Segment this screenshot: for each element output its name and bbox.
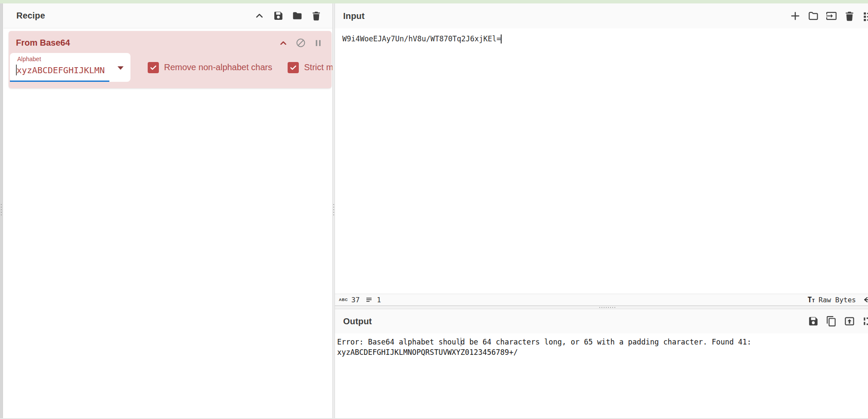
output-text-area: Error: Base64 alphabet should be 64 char…	[335, 333, 868, 419]
load-recipe-button[interactable]	[292, 10, 303, 21]
input-arrow-icon	[826, 10, 837, 22]
splitter-handle-dots	[333, 204, 334, 215]
import-input-button[interactable]	[826, 10, 837, 22]
open-file-button[interactable]	[808, 10, 819, 22]
output-title: Output	[343, 317, 372, 326]
focus-underline	[10, 81, 109, 82]
folder-outline-icon	[808, 10, 819, 22]
text-cursor	[501, 34, 502, 43]
save-icon	[273, 10, 284, 21]
output-panel: Output Error: Base64 alphabet should be …	[335, 309, 868, 419]
disable-operation-button[interactable]	[295, 37, 306, 48]
copy-output-button[interactable]	[826, 316, 837, 327]
save-output-button[interactable]	[808, 316, 819, 327]
input-output-splitter[interactable]	[335, 306, 868, 309]
input-panel: Input W9i4WoeEJ	[335, 3, 868, 306]
operations-panel-splitter[interactable]	[0, 3, 3, 418]
recipe-title: Recipe	[16, 11, 45, 21]
open-box-up-arrow-icon	[844, 316, 855, 327]
text-cursor	[461, 338, 461, 346]
trash-icon	[311, 10, 322, 21]
output-header: Output	[335, 309, 868, 333]
output-error-text: Error: Base64 alphabet should be 64 char…	[337, 337, 868, 357]
alphabet-value[interactable]: xyzABCDEFGHIJKLMN	[17, 65, 105, 75]
alphabet-label: Alphabet	[17, 56, 41, 62]
input-encoding-label[interactable]: Raw Bytes	[818, 296, 856, 304]
save-icon	[808, 316, 819, 327]
clear-input-button[interactable]	[844, 10, 855, 22]
dropdown-caret-icon[interactable]	[118, 66, 124, 70]
maximise-icon-partial	[862, 316, 868, 327]
add-input-tab-button[interactable]	[790, 10, 801, 22]
line-count: 1	[377, 296, 381, 304]
recipe-header: Recipe	[3, 3, 332, 28]
alphabet-field[interactable]: Alphabet xyzABCDEFGHIJKLMN	[10, 53, 130, 82]
char-count-icon: ABC	[339, 298, 348, 302]
splitter-handle-dots	[1, 204, 2, 215]
checkbox-checked-icon	[148, 62, 159, 73]
plus-icon	[790, 10, 801, 22]
list-icon-partial	[862, 10, 868, 22]
cyberchef-app: Recipe From Base64	[0, 0, 868, 419]
splitter-handle-dots	[599, 307, 615, 308]
top-banner-strip	[0, 0, 868, 3]
input-text: W9i4WoeEJAy7Un/hV8u/WT870Tq2J6xjKEl=	[342, 34, 501, 44]
checkbox-checked-icon	[288, 62, 299, 73]
char-count: 37	[351, 296, 360, 304]
copy-icon	[826, 316, 837, 327]
collapse-recipe-button[interactable]	[254, 10, 265, 21]
trash-icon	[844, 10, 855, 22]
clear-recipe-button[interactable]	[311, 10, 322, 21]
save-recipe-button[interactable]	[273, 10, 284, 21]
maximise-output-button[interactable]	[862, 316, 868, 327]
input-status-bar: ABC 37 1 TT Raw Bytes	[335, 294, 868, 306]
input-textarea[interactable]: W9i4WoeEJAy7Un/hV8u/WT870Tq2J6xjKEl=	[335, 28, 868, 294]
recipe-panel: Recipe From Base64	[3, 3, 332, 418]
checkbox-remove-non-alphabet[interactable]: Remove non-alphabet chars	[148, 62, 272, 73]
chevron-up-icon	[279, 38, 288, 48]
input-header: Input	[335, 3, 868, 28]
checkbox-label: Remove non-alphabet chars	[164, 62, 272, 72]
pause-icon	[313, 38, 323, 48]
replace-input-button[interactable]	[844, 316, 855, 327]
text-size-icon: TT	[807, 295, 815, 304]
line-count-icon	[366, 296, 372, 303]
chevron-up-icon	[254, 10, 265, 21]
operation-from-base64[interactable]: From Base64 Alphabet	[9, 31, 332, 88]
input-title: Input	[343, 11, 365, 21]
arrow-left-icon[interactable]	[863, 296, 868, 304]
disable-icon	[295, 37, 306, 48]
collapse-operation-button[interactable]	[279, 38, 288, 48]
folder-icon	[292, 10, 303, 21]
input-tabs-button[interactable]	[862, 10, 868, 22]
breakpoint-pause-button[interactable]	[313, 38, 323, 48]
operation-title: From Base64	[16, 38, 70, 48]
